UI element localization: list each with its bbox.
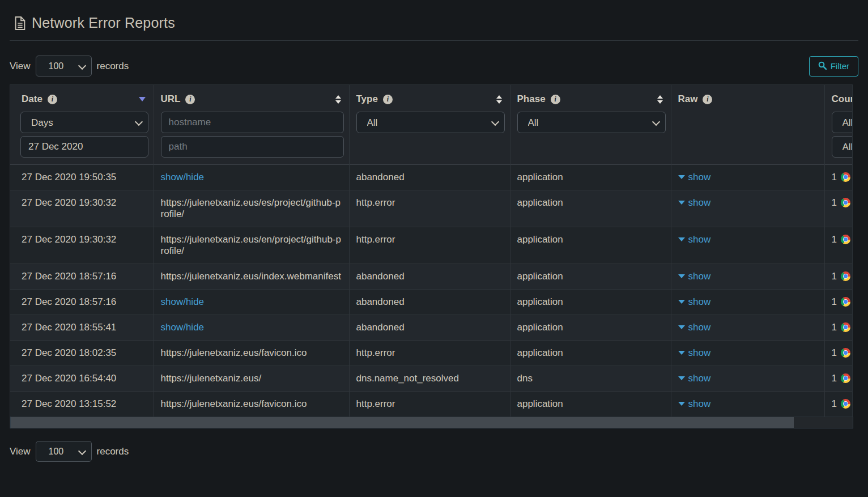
table-row: 27 Dec 2020 18:02:35 https://julenetxani… [10,341,852,366]
phase-cell: application [510,290,671,315]
page-size-select-bottom[interactable]: 100 [36,441,92,462]
caret-down-icon [678,402,685,406]
raw-show-link[interactable]: show [678,398,711,409]
chrome-icon [841,235,850,244]
count-value: 1 [832,347,837,358]
chrome-icon [841,322,850,332]
date-mode-select[interactable]: Days [20,112,148,133]
type-cell: abandoned [349,165,510,190]
count-value: 1 [832,197,837,208]
url-cell: https://julenetxaniz.eus/favicon.ico [154,392,349,417]
phase-cell: application [510,315,671,341]
count-header[interactable]: Count [825,85,853,107]
document-icon [14,16,26,31]
url-cell: show/hide [154,315,349,341]
sort-header-phase[interactable]: Phase [510,85,671,107]
url-show-hide-link[interactable]: show/hide [161,322,205,333]
sort-header-type[interactable]: Type [350,85,510,107]
url-cell: https://julenetxaniz.eus/ [154,366,349,392]
table-row: 27 Dec 2020 19:30:32 https://julenetxani… [10,227,852,264]
phase-filters: All [510,107,671,140]
type-cell: http.error [349,227,510,264]
raw-show-link[interactable]: show [678,172,711,182]
count-cell: 1 [824,190,852,227]
table-row: 27 Dec 2020 16:54:40 https://julenetxani… [10,366,852,392]
sort-both-icon [335,95,341,104]
count-value: 1 [832,373,837,384]
info-icon[interactable] [703,95,712,104]
phase-cell: application [510,392,671,417]
type-filter-select[interactable]: All [356,112,505,133]
caret-down-icon [678,300,685,304]
date-cell: 27 Dec 2020 13:15:52 [10,392,154,417]
raw-cell: show [671,341,824,366]
caret-down-icon [678,376,685,380]
page-size-select[interactable]: 100 [36,56,92,77]
caret-down-icon [678,201,685,205]
info-icon[interactable] [551,95,560,104]
date-cell: 27 Dec 2020 18:02:35 [10,341,154,366]
type-cell: abandoned [349,315,510,341]
info-icon[interactable] [383,95,393,104]
caret-down-icon [678,351,685,355]
count-filter-select-2[interactable]: All [832,136,853,158]
column-header-type: Type All [349,85,510,165]
raw-show-link[interactable]: show [678,347,711,358]
count-filter-select-1[interactable]: All [832,112,853,133]
table-row: 27 Dec 2020 19:50:35 show/hide abandoned… [10,165,852,190]
info-icon[interactable] [185,95,195,104]
view-label: View [10,446,31,457]
phase-cell: application [510,165,671,190]
sort-desc-icon [139,97,146,101]
phase-filter-select[interactable]: All [517,112,666,133]
path-filter-input[interactable] [161,136,344,158]
horizontal-scrollbar[interactable] [10,417,853,428]
count-column-label: Count [832,94,853,105]
raw-show-link[interactable]: show [678,271,711,282]
type-cell: http.error [349,392,510,417]
caret-down-icon [678,325,685,329]
filter-button-label: Filter [831,61,849,71]
date-cell: 27 Dec 2020 19:30:32 [10,227,154,264]
raw-header: Raw [671,85,824,107]
raw-show-link[interactable]: show [678,234,711,245]
raw-show-link[interactable]: show [678,373,711,384]
count-cell: 1 [824,165,852,190]
sort-header-url[interactable]: URL [154,85,349,107]
raw-cell: show [671,290,824,315]
count-value: 1 [832,234,837,245]
url-cell: show/hide [154,290,349,315]
scrollbar-thumb[interactable] [11,417,794,428]
chrome-icon [841,348,850,358]
view-label: View [10,61,31,72]
raw-show-link[interactable]: show [678,197,711,208]
raw-show-link[interactable]: show [678,296,711,307]
date-filter-input[interactable] [20,136,148,158]
phase-cell: dns [510,366,671,392]
raw-cell: show [671,315,824,341]
header-row: Date Days [10,85,852,165]
chrome-icon [841,373,850,383]
phase-column-label: Phase [517,94,546,105]
hostname-filter-input[interactable] [161,112,344,133]
chrome-icon [841,399,850,409]
raw-show-link[interactable]: show [678,322,711,333]
url-show-hide-link[interactable]: show/hide [161,296,205,307]
url-cell: https://julenetxaniz.eus/es/project/gith… [154,190,349,227]
column-header-date: Date Days [10,85,154,165]
info-icon[interactable] [48,95,57,104]
top-controls: View 100 records Filter [10,56,858,77]
table-row: 27 Dec 2020 19:30:32 https://julenetxani… [10,190,852,227]
column-header-count: Count All All [824,85,852,165]
sort-header-date[interactable]: Date [10,85,154,107]
url-show-hide-link[interactable]: show/hide [161,172,205,182]
column-header-raw: Raw [671,85,824,165]
raw-cell: show [671,190,824,227]
count-cell: 1 [824,392,852,417]
type-cell: abandoned [349,264,510,290]
type-cell: abandoned [349,290,510,315]
count-value: 1 [832,172,837,182]
filter-button[interactable]: Filter [809,56,858,77]
raw-cell: show [671,264,824,290]
chrome-icon [841,172,850,182]
